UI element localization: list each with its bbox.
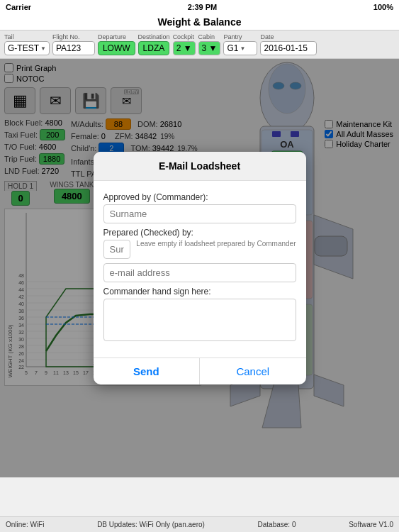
prepared-input[interactable] xyxy=(103,240,131,259)
cockpit-label: Cockpit xyxy=(173,33,194,40)
tail-group: Tail G-TEST ▼ xyxy=(4,33,50,55)
toolbar: Tail G-TEST ▼ Flight No. Departure LOWW … xyxy=(0,31,399,59)
pantry-label: Pantry xyxy=(223,33,242,40)
cabin-select[interactable]: 3 ▼ xyxy=(198,41,221,55)
email-loadsheet-modal: E-Mail Loadsheet Approved by (Commander)… xyxy=(94,152,306,384)
sign-label: Commander hand sign here: xyxy=(103,287,296,297)
modal-title: E-Mail Loadsheet xyxy=(94,152,306,181)
pantry-select[interactable]: G1 ▼ xyxy=(223,41,257,55)
modal-body: Approved by (Commander): Prepared (Check… xyxy=(94,181,306,350)
database-status: Database: 0 xyxy=(258,521,296,528)
bottom-bar: Online: WiFi DB Updates: WiFi Only (pan.… xyxy=(0,516,399,532)
cockpit-group: Cockpit 2 ▼ xyxy=(173,33,196,55)
approved-input[interactable] xyxy=(103,204,296,223)
departure-select[interactable]: LOWW xyxy=(98,41,135,55)
prepared-label: Prepared (Checked) by: xyxy=(103,228,296,238)
destination-label: Destination xyxy=(138,33,170,40)
approved-label: Approved by (Commander): xyxy=(103,192,296,202)
pantry-group: Pantry G1 ▼ xyxy=(223,33,257,55)
flight-group: Flight No. xyxy=(52,33,95,55)
status-bar: Carrier 2:39 PM 100% xyxy=(0,0,399,14)
carrier-label: Carrier xyxy=(6,3,31,11)
cabin-group: Cabin 3 ▼ xyxy=(198,33,221,55)
departure-group: Departure LOWW xyxy=(98,33,135,55)
email-input[interactable] xyxy=(103,263,296,282)
modal-overlay: E-Mail Loadsheet Approved by (Commander)… xyxy=(0,59,399,477)
sign-textarea[interactable] xyxy=(103,299,296,341)
destination-group: Destination LDZA xyxy=(138,33,170,55)
cockpit-select[interactable]: 2 ▼ xyxy=(173,41,196,55)
time-label: 2:39 PM xyxy=(188,3,218,11)
tail-chevron: ▼ xyxy=(40,45,46,52)
date-input[interactable] xyxy=(260,41,317,55)
prepared-hint: Leave empty if loadsheet prepared by Com… xyxy=(136,240,296,248)
prepared-row: Leave empty if loadsheet prepared by Com… xyxy=(103,240,296,259)
send-button[interactable]: Send xyxy=(94,358,200,384)
cancel-button[interactable]: Cancel xyxy=(200,358,306,384)
online-status: Online: WiFi xyxy=(6,521,44,528)
departure-label: Departure xyxy=(98,33,126,40)
modal-buttons: Send Cancel xyxy=(94,358,306,384)
cabin-label: Cabin xyxy=(198,33,215,40)
flight-label: Flight No. xyxy=(52,33,80,40)
date-label: Date xyxy=(260,33,274,40)
software-version: Software V1.0 xyxy=(349,521,393,528)
battery-label: 100% xyxy=(373,3,393,11)
date-group: Date xyxy=(260,33,317,55)
flight-input[interactable] xyxy=(52,41,95,55)
destination-select[interactable]: LDZA xyxy=(138,41,170,55)
tail-select[interactable]: G-TEST ▼ xyxy=(4,41,50,55)
tail-label: Tail xyxy=(4,33,14,40)
db-updates-status: DB Updates: WiFi Only (pan.aero) xyxy=(97,521,205,528)
page-title: Weight & Balance xyxy=(0,14,399,31)
